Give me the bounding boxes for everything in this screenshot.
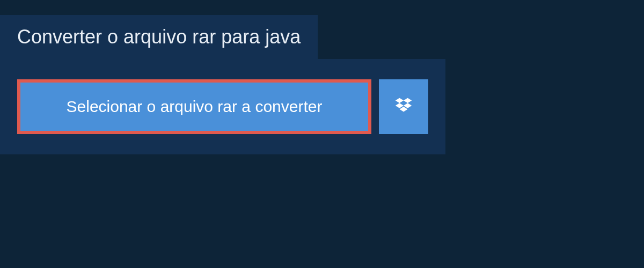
button-row: Selecionar o arquivo rar a converter bbox=[17, 79, 428, 134]
page-title: Converter o arquivo rar para java bbox=[17, 26, 301, 48]
select-file-button[interactable]: Selecionar o arquivo rar a converter bbox=[17, 79, 371, 134]
converter-panel: Selecionar o arquivo rar a converter bbox=[0, 59, 445, 154]
header-tab: Converter o arquivo rar para java bbox=[0, 15, 318, 59]
dropbox-icon bbox=[393, 96, 414, 118]
dropbox-button[interactable] bbox=[379, 79, 428, 134]
select-file-label: Selecionar o arquivo rar a converter bbox=[67, 98, 323, 116]
